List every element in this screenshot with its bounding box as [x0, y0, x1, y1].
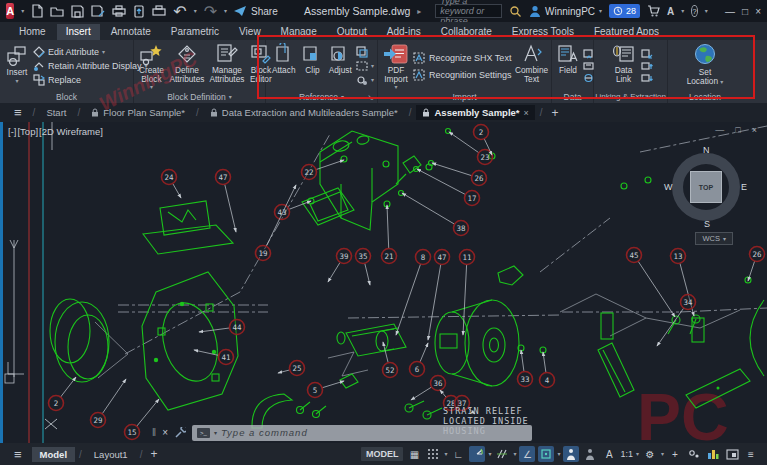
annotation-scale-value[interactable]: 1:1: [620, 449, 633, 459]
close-tab-icon[interactable]: ×: [524, 108, 529, 118]
object-snap-caret-icon[interactable]: ▾: [557, 451, 560, 457]
replace-block-button[interactable]: Replace: [33, 74, 148, 86]
ole-object-button[interactable]: [583, 61, 594, 71]
trial-days-badge[interactable]: 28: [609, 4, 640, 18]
undo-button[interactable]: ↶: [173, 4, 186, 18]
new-file-button[interactable]: [31, 4, 43, 18]
tab-express-tools[interactable]: Express Tools: [503, 24, 583, 40]
cart-icon[interactable]: [647, 4, 660, 18]
layout-tabs-menu-icon[interactable]: ≡: [8, 447, 28, 462]
snap-to-underlay-button[interactable]: ▾: [356, 74, 374, 86]
autodesk-logo-icon[interactable]: A: [667, 4, 674, 18]
create-block-button[interactable]: Create Block ▾: [137, 42, 166, 91]
app-menu-caret-icon[interactable]: ▾: [21, 8, 24, 14]
customize-command-line-icon[interactable]: [174, 427, 186, 439]
wcs-dropdown[interactable]: WCS▾: [695, 232, 733, 245]
location-panel-label[interactable]: Location: [668, 90, 742, 103]
annotation-monitor-toggle[interactable]: +: [667, 446, 683, 462]
tab-insert[interactable]: Insert: [57, 24, 100, 40]
file-tab-start[interactable]: Start: [40, 105, 72, 120]
open-file-button[interactable]: [50, 4, 64, 18]
tab-annotate[interactable]: Annotate: [102, 24, 160, 40]
tab-manage[interactable]: Manage: [272, 24, 326, 40]
model-space-toggle[interactable]: MODEL: [361, 447, 404, 461]
tab-featured-apps[interactable]: Featured Apps: [585, 24, 668, 40]
graphics-performance-toggle[interactable]: [705, 446, 721, 462]
recent-commands-caret-icon[interactable]: ▾: [214, 429, 217, 436]
viewcube-south[interactable]: S: [704, 219, 710, 229]
upload-to-source-button[interactable]: [641, 61, 653, 71]
search-icon[interactable]: [509, 4, 522, 18]
isodraft-toggle[interactable]: [494, 446, 510, 462]
underlay-layers-button[interactable]: [356, 46, 374, 58]
retain-attribute-display-button[interactable]: Retain Attribute Display ▾: [33, 60, 148, 72]
tab-add-ins[interactable]: Add-ins: [378, 24, 430, 40]
document-title-expand-icon[interactable]: ▸: [417, 7, 421, 16]
print-button[interactable]: [152, 4, 166, 18]
polar-caret-icon[interactable]: ▾: [488, 451, 491, 457]
object-snap-tracking-toggle[interactable]: ∠: [519, 446, 535, 462]
pdf-import-button[interactable]: PDF Import ▾: [381, 42, 411, 91]
recognize-shx-text-button[interactable]: Recognize SHX Text: [413, 52, 512, 64]
new-drawing-tab-button[interactable]: +: [548, 106, 563, 120]
drawing-close-button[interactable]: ×: [752, 125, 757, 135]
polar-tracking-toggle[interactable]: [469, 446, 485, 462]
undo-caret-icon[interactable]: ▾: [194, 8, 197, 14]
viewport-menu-control[interactable]: [-]: [8, 126, 16, 137]
tab-home[interactable]: Home: [10, 24, 55, 40]
command-line-close-icon[interactable]: ×: [162, 427, 168, 438]
minimize-button[interactable]: —: [725, 6, 735, 17]
grid-display-toggle[interactable]: ▦: [406, 446, 422, 462]
block-definition-panel-label[interactable]: Block Definition▾: [134, 91, 265, 103]
linking-extraction-panel-label[interactable]: Linking & Extraction: [594, 90, 667, 103]
save-button[interactable]: [71, 4, 84, 18]
combine-text-button[interactable]: Combine Text: [514, 42, 550, 91]
new-layout-button[interactable]: +: [146, 447, 161, 461]
autoscale-toggle[interactable]: [582, 446, 598, 462]
drawing-minimize-button[interactable]: —: [715, 125, 724, 135]
block-panel-label[interactable]: Block: [0, 90, 133, 103]
file-tabs-menu-icon[interactable]: ≡: [8, 105, 28, 120]
autodesk-caret-icon[interactable]: ▾: [681, 8, 684, 14]
viewport-visual-style-control[interactable]: [2D Wireframe]: [39, 126, 103, 137]
viewcube-north[interactable]: N: [703, 145, 710, 155]
data-panel-label[interactable]: Data: [552, 90, 593, 103]
clean-screen-toggle[interactable]: [724, 446, 740, 462]
layout1-tab[interactable]: Layout1: [86, 447, 136, 462]
file-tab-data-extraction[interactable]: Data Extraction and Multileaders Sample*: [204, 105, 404, 120]
adjust-button[interactable]: Adjust: [326, 42, 354, 90]
snap-mode-toggle[interactable]: [425, 446, 441, 462]
workspace-switching-gear-icon[interactable]: ⚙: [642, 446, 658, 462]
drawing-restore-button[interactable]: □: [735, 125, 740, 135]
save-as-button[interactable]: [91, 4, 105, 18]
viewport-view-control[interactable]: [Top]: [17, 126, 38, 137]
file-tab-floor-plan[interactable]: Floor Plan Sample*: [85, 105, 191, 120]
viewcube-east[interactable]: E: [741, 182, 747, 192]
maximize-button[interactable]: □: [742, 6, 748, 17]
close-button[interactable]: ×: [755, 6, 761, 17]
object-snap-toggle[interactable]: [538, 446, 554, 462]
help-button[interactable]: ?: [691, 5, 697, 17]
field-button[interactable]: Field: [555, 42, 581, 90]
frames-button[interactable]: ▾: [356, 60, 374, 72]
ortho-mode-toggle[interactable]: ∟: [450, 446, 466, 462]
customize-status-bar-icon[interactable]: ≡: [743, 446, 759, 462]
isodraft-caret-icon[interactable]: ▾: [513, 451, 516, 457]
viewcube-west[interactable]: W: [664, 182, 673, 192]
share-button[interactable]: Share: [234, 6, 278, 17]
plot-button[interactable]: [112, 4, 126, 18]
reference-panel-launcher-icon[interactable]: ↘: [367, 93, 374, 102]
snap-caret-icon[interactable]: ▾: [444, 451, 447, 457]
reference-panel-label[interactable]: Reference▾ ↘: [266, 90, 377, 103]
tab-parametric[interactable]: Parametric: [162, 24, 228, 40]
clip-button[interactable]: Clip: [300, 42, 324, 90]
tab-output[interactable]: Output: [328, 24, 376, 40]
command-line-grip[interactable]: ‖: [152, 427, 156, 438]
insert-block-button[interactable]: Insert ▾: [3, 42, 31, 90]
hyperlink-button[interactable]: [583, 73, 594, 83]
model-tab[interactable]: Model: [32, 447, 75, 462]
drawing-viewport[interactable]: PC: [0, 122, 767, 443]
help-caret-icon[interactable]: ▾: [705, 8, 708, 14]
signed-in-user[interactable]: WinningPC ▾: [529, 5, 602, 17]
application-menu-button[interactable]: A: [6, 3, 14, 19]
